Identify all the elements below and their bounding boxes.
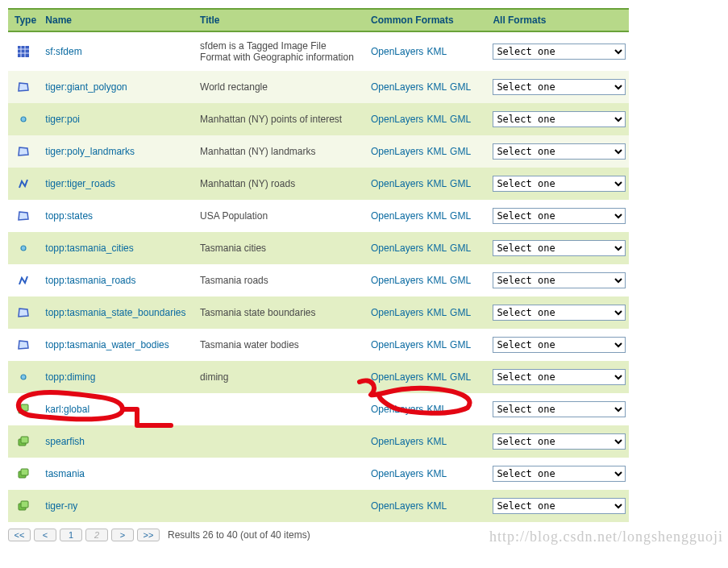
all-formats-select[interactable]: Select one	[493, 240, 626, 256]
format-link[interactable]: GML	[450, 146, 471, 157]
poly-blue-icon	[8, 200, 39, 232]
format-link[interactable]: OpenLayers	[371, 468, 423, 479]
layer-name-link[interactable]: sf:sfdem	[45, 46, 81, 57]
format-link[interactable]: OpenLayers	[371, 404, 423, 415]
all-formats-select[interactable]: Select one	[493, 369, 626, 385]
format-link[interactable]: OpenLayers	[371, 307, 423, 318]
layer-name-link[interactable]: topp:diming	[45, 371, 95, 383]
svg-marker-5	[19, 83, 28, 91]
format-link[interactable]: GML	[450, 114, 471, 125]
layer-name-link[interactable]: karl:global	[45, 404, 89, 415]
format-link[interactable]: KML	[426, 210, 447, 222]
layer-name-link[interactable]: topp:tasmania_water_bodies	[45, 339, 168, 350]
format-link[interactable]: KML	[426, 371, 447, 383]
pager-prev[interactable]: <	[34, 529, 56, 541]
layer-name-link[interactable]: topp:states	[45, 210, 93, 222]
format-link[interactable]: GML	[450, 210, 471, 222]
header-name[interactable]: Name	[39, 9, 193, 31]
line-icon	[8, 168, 39, 200]
all-formats-select[interactable]: Select one	[493, 433, 626, 450]
all-formats-select[interactable]: Select one	[493, 498, 626, 514]
format-link[interactable]: KML	[426, 307, 447, 318]
format-link[interactable]: KML	[426, 404, 447, 415]
all-formats-select[interactable]: Select one	[493, 44, 626, 60]
layer-title	[193, 425, 364, 458]
common-formats: OpenLayersKMLGML	[364, 168, 486, 200]
pager-first[interactable]: <<	[8, 529, 31, 541]
format-link[interactable]: GML	[450, 243, 471, 254]
format-link[interactable]: OpenLayers	[371, 114, 423, 125]
pager-page-1[interactable]: 1	[60, 529, 82, 541]
layer-name-link[interactable]: topp:tasmania_state_boundaries	[45, 307, 185, 318]
format-link[interactable]: KML	[426, 468, 447, 479]
layer-name-link[interactable]: tasmania	[45, 468, 85, 479]
format-link[interactable]: OpenLayers	[371, 500, 423, 512]
format-link[interactable]: OpenLayers	[371, 146, 423, 157]
all-formats-select[interactable]: Select one	[493, 401, 626, 417]
format-link[interactable]: OpenLayers	[371, 243, 423, 254]
pager-next[interactable]: >	[111, 529, 134, 541]
format-link[interactable]: KML	[426, 436, 447, 447]
layer-name-link[interactable]: tiger:giant_polygon	[45, 81, 127, 93]
format-link[interactable]: GML	[450, 81, 471, 93]
pager-last[interactable]: >>	[137, 529, 160, 541]
format-link[interactable]: OpenLayers	[371, 81, 423, 93]
pager-page-2: 2	[85, 529, 108, 541]
format-link[interactable]: GML	[450, 371, 471, 383]
all-formats-select[interactable]: Select one	[493, 305, 626, 321]
layer-name-link[interactable]: topp:tasmania_cities	[45, 243, 133, 254]
format-link[interactable]: KML	[426, 339, 447, 350]
header-all[interactable]: All Formats	[486, 9, 629, 31]
layer-name-link[interactable]: tiger:poly_landmarks	[45, 146, 135, 157]
layer-name-link[interactable]: tiger-ny	[45, 500, 77, 512]
layer-title: Manhattan (NY) roads	[193, 168, 364, 200]
all-formats-select[interactable]: Select one	[493, 79, 626, 95]
all-formats-select[interactable]: Select one	[493, 176, 626, 192]
format-link[interactable]: OpenLayers	[371, 339, 423, 350]
format-link[interactable]: KML	[426, 500, 447, 512]
common-formats: OpenLayersKML	[364, 490, 486, 522]
format-link[interactable]: OpenLayers	[371, 436, 423, 447]
svg-point-9	[21, 246, 26, 251]
format-link[interactable]: KML	[426, 146, 447, 157]
all-formats-select[interactable]: Select one	[493, 337, 626, 353]
svg-rect-14	[21, 404, 28, 411]
format-link[interactable]: OpenLayers	[371, 210, 423, 222]
layer-name-link[interactable]: tiger:tiger_roads	[45, 178, 115, 189]
format-link[interactable]: KML	[426, 178, 447, 189]
svg-rect-0	[18, 46, 29, 57]
layer-name-link[interactable]: spearfish	[45, 436, 85, 447]
header-type[interactable]: Type	[8, 9, 39, 31]
all-formats-select[interactable]: Select one	[493, 111, 626, 127]
poly-blue-icon	[8, 135, 39, 168]
common-formats: OpenLayersKMLGML	[364, 329, 486, 361]
common-formats: OpenLayersKML	[364, 458, 486, 490]
header-title[interactable]: Title	[193, 9, 364, 31]
table-row: tiger:poiManhattan (NY) points of intere…	[8, 103, 629, 135]
format-link[interactable]: GML	[450, 178, 471, 189]
layer-name-link[interactable]: tiger:poi	[45, 114, 80, 125]
format-link[interactable]: KML	[426, 243, 447, 254]
table-row: spearfishOpenLayersKMLSelect one	[8, 425, 629, 458]
format-link[interactable]: OpenLayers	[371, 371, 423, 383]
layer-title	[193, 490, 364, 522]
format-link[interactable]: OpenLayers	[371, 178, 423, 189]
header-common[interactable]: Common Formats	[364, 9, 486, 31]
layer-title: USA Population	[193, 200, 364, 232]
all-formats-select[interactable]: Select one	[493, 208, 626, 224]
format-link[interactable]: KML	[426, 81, 447, 93]
format-link[interactable]: KML	[426, 46, 447, 57]
format-link[interactable]: GML	[450, 339, 471, 350]
format-link[interactable]: KML	[426, 114, 447, 125]
format-link[interactable]: KML	[426, 275, 447, 286]
format-link[interactable]: GML	[450, 275, 471, 286]
all-formats-select[interactable]: Select one	[493, 143, 626, 160]
format-link[interactable]: GML	[450, 307, 471, 318]
layer-name-link[interactable]: topp:tasmania_roads	[45, 275, 135, 286]
pager-info: Results 26 to 40 (out of 40 items)	[168, 529, 310, 541]
all-formats-select[interactable]: Select one	[493, 466, 626, 482]
format-link[interactable]: OpenLayers	[371, 275, 423, 286]
format-link[interactable]: OpenLayers	[371, 46, 423, 57]
common-formats: OpenLayersKMLGML	[364, 200, 486, 232]
all-formats-select[interactable]: Select one	[493, 272, 626, 288]
